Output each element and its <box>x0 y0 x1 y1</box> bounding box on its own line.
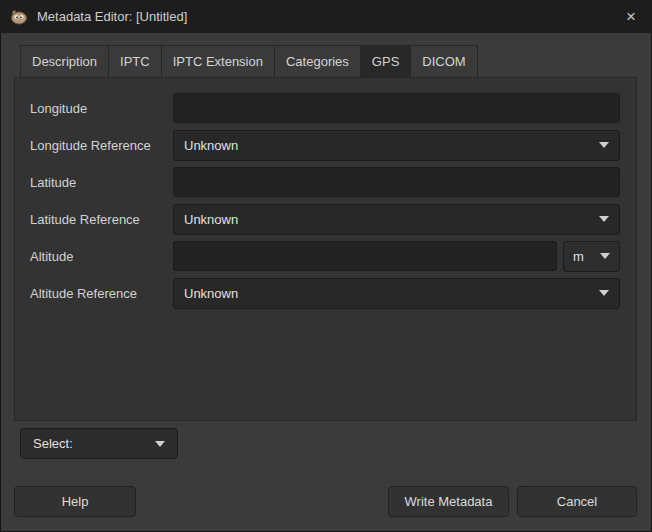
metadata-notebook: Description IPTC IPTC Extension Categori… <box>14 45 637 421</box>
chevron-down-icon <box>155 441 165 447</box>
tab-categories[interactable]: Categories <box>274 45 361 77</box>
altitude-reference-dropdown[interactable]: Unknown <box>173 278 620 309</box>
chevron-down-icon <box>600 253 610 259</box>
altitude-unit-dropdown[interactable]: m <box>563 241 620 272</box>
field-row-longitude-reference: Longitude Reference Unknown <box>30 130 620 160</box>
select-dropdown[interactable]: Select: <box>20 428 178 459</box>
tab-label: DICOM <box>422 54 465 69</box>
field-row-longitude: Longitude <box>30 93 620 123</box>
field-row-altitude: Altitude m <box>30 241 620 271</box>
dropdown-value: Unknown <box>184 138 238 153</box>
field-row-altitude-reference: Altitude Reference Unknown <box>30 278 620 308</box>
longitude-input[interactable] <box>173 93 620 123</box>
write-metadata-button-label: Write Metadata <box>405 494 493 509</box>
write-metadata-button[interactable]: Write Metadata <box>388 486 509 517</box>
tab-iptc[interactable]: IPTC <box>108 45 162 77</box>
tab-label: Description <box>32 54 97 69</box>
altitude-reference-label: Altitude Reference <box>30 286 173 301</box>
unit-value: m <box>573 249 584 264</box>
gps-tab-panel: Longitude Longitude Reference Unknown La… <box>14 77 637 421</box>
field-row-latitude-reference: Latitude Reference Unknown <box>30 204 620 234</box>
cancel-button-label: Cancel <box>557 494 597 509</box>
tab-description[interactable]: Description <box>20 45 109 77</box>
metadata-editor-dialog: Metadata Editor: [Untitled] × Descriptio… <box>0 0 652 532</box>
tab-label: IPTC Extension <box>173 54 263 69</box>
dropdown-value: Unknown <box>184 212 238 227</box>
tab-gps[interactable]: GPS <box>360 45 411 78</box>
help-button[interactable]: Help <box>14 486 136 517</box>
latitude-label: Latitude <box>30 175 173 190</box>
chevron-down-icon <box>599 290 609 296</box>
tab-label: Categories <box>286 54 349 69</box>
help-button-label: Help <box>62 494 89 509</box>
latitude-input[interactable] <box>173 167 620 197</box>
longitude-reference-dropdown[interactable]: Unknown <box>173 130 620 161</box>
tab-label: GPS <box>372 54 399 69</box>
longitude-label: Longitude <box>30 101 173 116</box>
titlebar: Metadata Editor: [Untitled] × <box>0 0 652 33</box>
cancel-button[interactable]: Cancel <box>517 486 637 517</box>
field-row-latitude: Latitude <box>30 167 620 197</box>
close-icon[interactable]: × <box>620 8 642 25</box>
gimp-app-icon <box>10 9 28 25</box>
chevron-down-icon <box>599 216 609 222</box>
altitude-label: Altitude <box>30 249 173 264</box>
tab-dicom[interactable]: DICOM <box>410 45 477 77</box>
tab-iptc-extension[interactable]: IPTC Extension <box>161 45 275 77</box>
dropdown-value: Unknown <box>184 286 238 301</box>
latitude-reference-dropdown[interactable]: Unknown <box>173 204 620 235</box>
longitude-reference-label: Longitude Reference <box>30 138 173 153</box>
altitude-input[interactable] <box>173 241 557 271</box>
select-dropdown-label: Select: <box>33 436 73 451</box>
window-title: Metadata Editor: [Untitled] <box>37 9 187 24</box>
latitude-reference-label: Latitude Reference <box>30 212 173 227</box>
tab-label: IPTC <box>120 54 150 69</box>
tab-bar: Description IPTC IPTC Extension Categori… <box>20 45 637 77</box>
chevron-down-icon <box>599 142 609 148</box>
